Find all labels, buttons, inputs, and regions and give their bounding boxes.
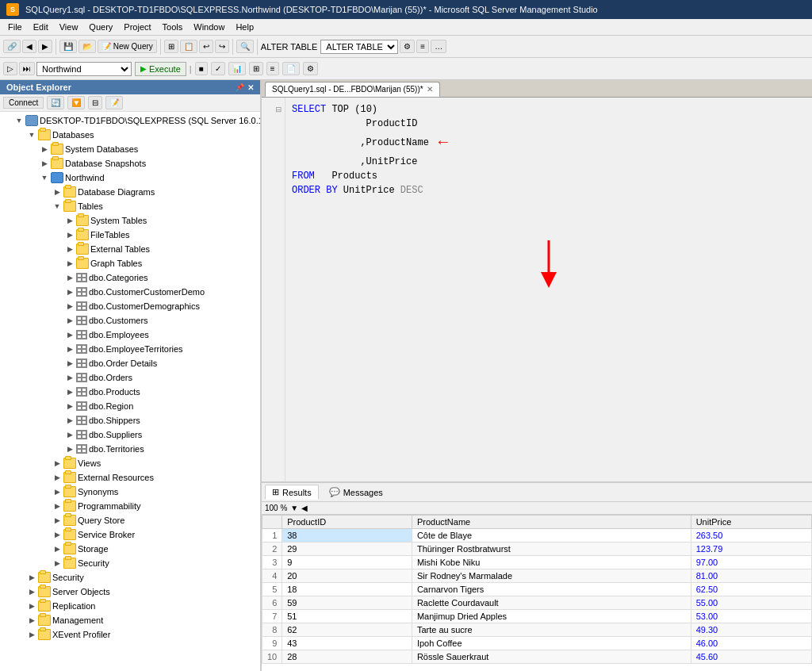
dbo-orders-node[interactable]: ▶ dbo.Orders	[0, 370, 260, 385]
storage-node[interactable]: ▶ Storage	[0, 542, 260, 556]
ship-expand[interactable]: ▶	[63, 414, 76, 427]
system-tables-node[interactable]: ▶ System Tables	[0, 213, 260, 228]
file-btn[interactable]: 📄	[282, 62, 300, 75]
oe-pin-btn[interactable]: 📌	[236, 83, 244, 92]
sec-expand[interactable]: ▶	[25, 571, 38, 584]
replication-node[interactable]: ▶ Replication	[0, 599, 260, 613]
editor-wrapper[interactable]: ⊟ SELECT TOP (10) ProductID	[262, 98, 812, 481]
graph-tables-node[interactable]: ▶ Graph Tables	[0, 256, 260, 270]
tables-expand[interactable]: ▼	[51, 200, 63, 213]
menu-help[interactable]: Help	[231, 21, 259, 33]
menu-tools[interactable]: Tools	[158, 21, 188, 33]
northwind-node[interactable]: ▼ Northwind	[0, 171, 260, 185]
databases-expand[interactable]: ▼	[25, 128, 38, 141]
views-expand[interactable]: ▶	[51, 457, 63, 470]
new-connection-btn[interactable]: 🔗	[3, 40, 21, 53]
copy-btn[interactable]: ⊞	[164, 40, 178, 53]
db-snapshots-node[interactable]: ▶ Database Snapshots	[0, 156, 260, 171]
parse-btn[interactable]: ✓	[211, 62, 225, 75]
ext-tables-expand[interactable]: ▶	[63, 243, 76, 255]
synonyms-node[interactable]: ▶ Synonyms	[0, 485, 260, 499]
dbo-territories-node[interactable]: ▶ dbo.Territories	[0, 442, 260, 456]
file-tables-expand[interactable]: ▶	[63, 228, 76, 241]
alter-table-select[interactable]: ALTER TABLE	[320, 40, 398, 54]
sb-expand[interactable]: ▶	[51, 528, 63, 541]
table-row[interactable]: 138Côte de Blaye263.50	[262, 529, 812, 543]
database-select[interactable]: Northwind	[36, 62, 132, 76]
menu-window[interactable]: Window	[189, 21, 229, 33]
filter-btn[interactable]: 🔽	[67, 96, 85, 109]
file-tables-node[interactable]: ▶ FileTables	[0, 228, 260, 242]
security-node[interactable]: ▶ Security	[0, 570, 260, 585]
server-expand[interactable]: ▼	[13, 114, 25, 127]
tables-node[interactable]: ▼ Tables	[0, 199, 260, 213]
views-node[interactable]: ▶ Views	[0, 456, 260, 470]
find-btn[interactable]: 🔍	[236, 40, 254, 53]
settings-btn[interactable]: ≡	[416, 40, 429, 53]
cancel-btn[interactable]: ■	[195, 62, 208, 75]
open-btn[interactable]: 📂	[79, 40, 96, 53]
sec-inner-expand[interactable]: ▶	[51, 557, 63, 569]
dbo-cd-node[interactable]: ▶ dbo.CustomerDemographics	[0, 299, 260, 313]
storage-expand[interactable]: ▶	[51, 543, 63, 555]
prog-expand[interactable]: ▶	[51, 500, 63, 512]
graph-tables-expand[interactable]: ▶	[63, 257, 76, 270]
xevent-profiler-node[interactable]: ▶ XEvent Profiler	[0, 627, 260, 642]
syn-expand[interactable]: ▶	[51, 485, 63, 498]
forward-btn[interactable]: ▶	[38, 40, 52, 53]
cat-expand[interactable]: ▶	[63, 271, 76, 284]
ext-resources-node[interactable]: ▶ External Resources	[0, 470, 260, 485]
table-row[interactable]: 943Ipoh Coffee46.00	[262, 637, 812, 650]
refresh-btn[interactable]: 🔄	[47, 96, 64, 109]
menu-query[interactable]: Query	[84, 21, 117, 33]
table-row[interactable]: 229Thüringer Rostbratwurst123.79	[262, 543, 812, 556]
external-tables-node[interactable]: ▶ External Tables	[0, 242, 260, 256]
misc-btn[interactable]: …	[431, 40, 446, 53]
debug-btn[interactable]: ▷	[3, 62, 17, 75]
emp-expand[interactable]: ▶	[63, 328, 76, 341]
dbo-region-node[interactable]: ▶ dbo.Region	[0, 399, 260, 413]
server-objects-node[interactable]: ▶ Server Objects	[0, 585, 260, 599]
table-row[interactable]: 39Mishi Kobe Niku97.00	[262, 556, 812, 569]
table-row[interactable]: 518Carnarvon Tigers62.50	[262, 583, 812, 596]
qs-expand[interactable]: ▶	[51, 514, 63, 527]
properties-btn[interactable]: ⚙	[400, 40, 415, 53]
undo-btn[interactable]: ↩	[199, 40, 213, 53]
query-tab[interactable]: SQLQuery1.sql - DE...FBDO\Marijan (55))*…	[265, 82, 440, 97]
dbo-employees-node[interactable]: ▶ dbo.Employees	[0, 328, 260, 342]
management-node[interactable]: ▶ Management	[0, 613, 260, 627]
menu-project[interactable]: Project	[119, 21, 155, 33]
text-btn[interactable]: ≡	[266, 62, 279, 75]
xep-expand[interactable]: ▶	[25, 628, 38, 641]
orders-expand[interactable]: ▶	[63, 371, 76, 384]
results-tab[interactable]: ⊞ Results	[265, 485, 319, 500]
databases-node[interactable]: ▼ Databases	[0, 128, 260, 142]
dbo-ccd-node[interactable]: ▶ dbo.CustomerCustomerDemo	[0, 285, 260, 299]
sys-db-expand[interactable]: ▶	[38, 143, 51, 155]
collapse-all-btn[interactable]: ⊟	[88, 96, 102, 109]
diagrams-expand[interactable]: ▶	[51, 186, 63, 198]
new-query-oe-btn[interactable]: 📝	[105, 96, 123, 109]
scroll-left-btn[interactable]: ◀	[301, 504, 308, 512]
oe-close-btn[interactable]: ✕	[247, 83, 254, 92]
cust-expand[interactable]: ▶	[63, 314, 76, 327]
query-tab-close[interactable]: ✕	[427, 85, 433, 94]
options-btn[interactable]: ⚙	[303, 62, 318, 75]
execute-button[interactable]: ▶ Execute	[135, 62, 186, 76]
grid-btn[interactable]: ⊞	[249, 62, 263, 75]
dbo-customers-node[interactable]: ▶ dbo.Customers	[0, 313, 260, 328]
menu-view[interactable]: View	[55, 21, 83, 33]
cd-expand[interactable]: ▶	[63, 300, 76, 312]
ext-res-expand[interactable]: ▶	[51, 471, 63, 484]
supp-expand[interactable]: ▶	[63, 428, 76, 441]
snap-expand[interactable]: ▶	[38, 157, 51, 170]
dbo-suppliers-node[interactable]: ▶ dbo.Suppliers	[0, 428, 260, 442]
table-row[interactable]: 659Raclette Courdavault55.00	[262, 596, 812, 610]
system-databases-node[interactable]: ▶ System Databases	[0, 142, 260, 156]
prod-expand[interactable]: ▶	[63, 385, 76, 398]
ccd-expand[interactable]: ▶	[63, 286, 76, 298]
code-content[interactable]: SELECT TOP (10) ProductID ,ProductName ←…	[285, 98, 812, 481]
od-expand[interactable]: ▶	[63, 357, 76, 370]
server-node[interactable]: ▼ DESKTOP-TD1FBDO\SQLEXPRESS (SQL Server…	[0, 113, 260, 128]
programmability-node[interactable]: ▶ Programmability	[0, 499, 260, 513]
